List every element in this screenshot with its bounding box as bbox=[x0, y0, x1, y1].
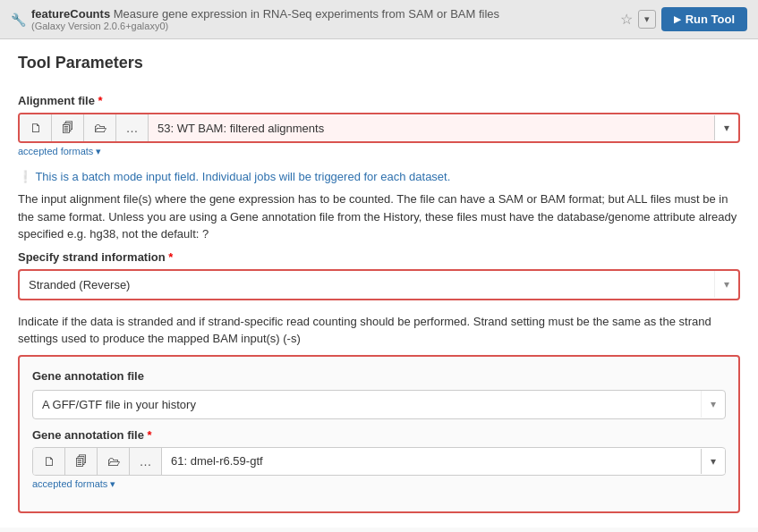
strand-select-value: Stranded (Reverse) bbox=[20, 271, 714, 299]
strand-label: Specify strand information * bbox=[18, 250, 740, 264]
strand-chevron-icon[interactable]: ▾ bbox=[714, 271, 738, 298]
strand-required-star: * bbox=[168, 250, 173, 264]
gene-annotation-source-chevron-icon[interactable]: ▾ bbox=[701, 391, 725, 418]
gene-annotation-file-value: 61: dmel-r6.59-gtf bbox=[162, 448, 701, 474]
gene-annotation-file-group: Gene annotation file * 🗋 🗐 🗁 … 61: dmel-… bbox=[32, 428, 726, 490]
strand-info-group: Specify strand information * Stranded (R… bbox=[18, 250, 740, 300]
gene-annotation-source-value: A GFF/GTF file in your history bbox=[33, 391, 701, 418]
tool-info: featureCounts Measure gene expression in… bbox=[31, 7, 499, 31]
gene-annotation-file-label: Gene annotation file * bbox=[32, 428, 726, 442]
alignment-required-star: * bbox=[98, 94, 103, 107]
gene-annotation-file-input-row: 🗋 🗐 🗁 … 61: dmel-r6.59-gtf ▾ bbox=[32, 447, 726, 476]
tool-description: Measure gene expression in RNA-Seq exper… bbox=[114, 7, 499, 21]
strand-select-row[interactable]: Stranded (Reverse) ▾ bbox=[18, 269, 740, 300]
gene-annotation-ellipsis-button[interactable]: … bbox=[130, 448, 162, 475]
gene-annotation-box: Gene annotation file A GFF/GTF file in y… bbox=[18, 355, 740, 513]
header-bar: 🔧 featureCounts Measure gene expression … bbox=[0, 0, 758, 39]
gene-annotation-source-select-row[interactable]: A GFF/GTF file in your history ▾ bbox=[32, 390, 726, 419]
star-button[interactable]: ☆ bbox=[620, 11, 633, 28]
gene-annotation-new-file-button[interactable]: 🗋 bbox=[33, 448, 65, 475]
alignment-file-label: Alignment file * bbox=[18, 94, 740, 107]
tool-icon: 🔧 bbox=[11, 13, 26, 27]
run-tool-button[interactable]: Run Tool bbox=[661, 7, 747, 31]
alignment-file-group: Alignment file * 🗋 🗐 🗁 … 53: WT BAM: fil… bbox=[18, 94, 740, 157]
tool-version: (Galaxy Version 2.0.6+galaxy0) bbox=[31, 21, 499, 31]
alignment-file-dropdown-button[interactable]: ▾ bbox=[714, 115, 738, 140]
alignment-accepted-formats[interactable]: accepted formats bbox=[18, 146, 740, 157]
strand-description: Indicate if the data is stranded and if … bbox=[18, 313, 740, 348]
gene-annotation-source-label: Gene annotation file bbox=[32, 369, 726, 383]
gene-annotation-copy-file-button[interactable]: 🗐 bbox=[65, 448, 98, 475]
batch-mode-notice: This is a batch mode input field. Indivi… bbox=[18, 170, 740, 183]
alignment-copy-file-button[interactable]: 🗐 bbox=[52, 114, 84, 141]
run-tool-label: Run Tool bbox=[686, 13, 735, 26]
alignment-folder-button[interactable]: 🗁 bbox=[84, 114, 116, 141]
alignment-file-value: 53: WT BAM: filtered alignments bbox=[149, 115, 714, 141]
alignment-new-file-button[interactable]: 🗋 bbox=[20, 114, 52, 141]
alignment-ellipsis-button[interactable]: … bbox=[116, 114, 149, 141]
main-content: Tool Parameters Alignment file * 🗋 🗐 🗁 …… bbox=[0, 39, 758, 528]
alignment-file-input-row: 🗋 🗐 🗁 … 53: WT BAM: filtered alignments … bbox=[18, 113, 740, 143]
gene-annotation-accepted-formats[interactable]: accepted formats bbox=[32, 478, 726, 490]
gene-annotation-file-dropdown-button[interactable]: ▾ bbox=[701, 449, 725, 474]
gene-annotation-file-required-star: * bbox=[148, 428, 152, 442]
tool-name: featureCounts bbox=[31, 7, 110, 21]
gene-annotation-folder-button[interactable]: 🗁 bbox=[98, 448, 130, 475]
header-left: 🔧 featureCounts Measure gene expression … bbox=[11, 7, 620, 31]
header-actions: ☆ ▾ Run Tool bbox=[620, 7, 747, 31]
section-title: Tool Parameters bbox=[18, 54, 740, 80]
header-dropdown-button[interactable]: ▾ bbox=[638, 10, 656, 29]
alignment-description: The input alignment file(s) where the ge… bbox=[18, 190, 740, 243]
gene-annotation-source-group: Gene annotation file A GFF/GTF file in y… bbox=[32, 369, 726, 419]
